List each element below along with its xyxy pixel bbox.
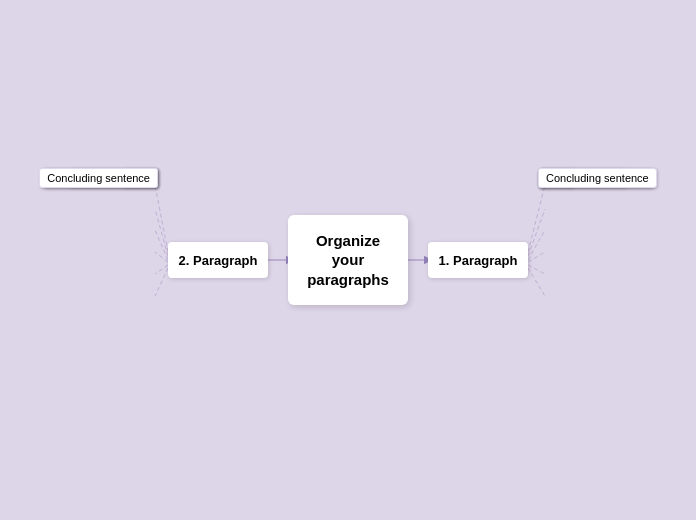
- svg-line-2: [155, 185, 168, 252]
- right-detail-concluding[interactable]: Concluding sentence: [538, 168, 657, 188]
- left-detail-concluding[interactable]: Concluding sentence: [39, 168, 158, 188]
- svg-line-9: [528, 209, 545, 256]
- center-node: Organize your paragraphs: [288, 215, 408, 305]
- svg-line-6: [155, 265, 168, 274]
- canvas: Organize your paragraphs 2. Paragraph 1.…: [0, 0, 696, 520]
- svg-line-8: [528, 185, 545, 252]
- svg-line-3: [155, 209, 168, 256]
- right-paragraph-node[interactable]: 1. Paragraph: [428, 242, 528, 278]
- svg-line-11: [528, 252, 545, 262]
- left-paragraph-label: 2. Paragraph: [179, 253, 258, 268]
- svg-line-5: [155, 252, 168, 262]
- svg-line-12: [528, 265, 545, 274]
- right-paragraph-label: 1. Paragraph: [439, 253, 518, 268]
- svg-line-10: [528, 230, 545, 260]
- center-node-label: Organize your paragraphs: [307, 231, 389, 290]
- svg-line-4: [155, 230, 168, 260]
- svg-line-13: [528, 268, 545, 296]
- left-paragraph-node[interactable]: 2. Paragraph: [168, 242, 268, 278]
- svg-line-7: [155, 268, 168, 296]
